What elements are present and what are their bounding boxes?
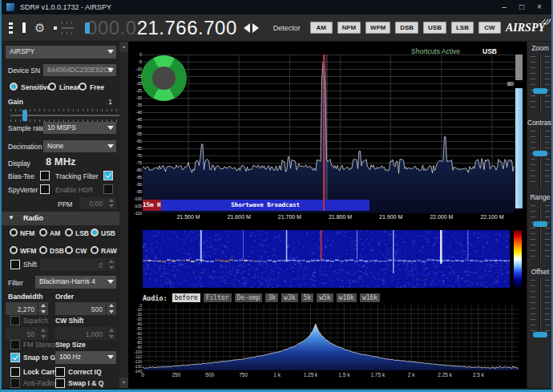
audio-button-w5k[interactable]: w5k — [317, 293, 333, 302]
gain-slider-thumb[interactable] — [22, 110, 27, 121]
offset-slider[interactable] — [531, 278, 550, 337]
audio-spectrum-display[interactable]: Audio: beforeFilterDe-emp3kw3k5kw5kw10kw… — [132, 292, 524, 385]
filter-passband[interactable] — [325, 55, 328, 200]
mode-radio-cw[interactable] — [65, 246, 73, 254]
cw-shift-label: CW Shift — [55, 317, 83, 325]
audio-plot[interactable] — [143, 305, 519, 370]
mode-radio-usb[interactable] — [91, 228, 99, 236]
volume-slider-thumb[interactable] — [85, 22, 90, 34]
contrast-label: Contrast — [527, 119, 553, 127]
radio-section-header[interactable]: ▼ Radio — [2, 212, 119, 225]
band-segment-0: 15m H.. — [143, 200, 161, 211]
zoom-slider-thumb[interactable] — [533, 88, 547, 94]
frequency-step-up-icon[interactable] — [252, 23, 259, 33]
maximize-button[interactable]: □ — [513, 1, 531, 14]
correct-iq-checkbox[interactable] — [55, 367, 65, 377]
sample-rate-select[interactable]: 10 MSPS — [43, 122, 116, 134]
left-panel-scrollbar[interactable]: ▲ ▼ — [119, 42, 128, 388]
spectrum-db-tick: -75 — [132, 160, 142, 165]
detector-button-lsb[interactable]: LSB — [451, 22, 474, 34]
source-select[interactable]: AIRSPY — [6, 46, 116, 59]
audio-button-w10k[interactable]: w10k — [337, 293, 357, 302]
stop-button[interactable] — [22, 22, 26, 33]
detector-button-wfm[interactable]: WFM — [365, 22, 390, 34]
swap-iq-checkbox[interactable] — [55, 378, 65, 388]
close-button[interactable]: × — [531, 1, 548, 14]
filter-select[interactable]: Blackman-Harris 4 — [35, 276, 116, 289]
mode-radio-wfm[interactable] — [10, 246, 18, 254]
gain-mode-radio-sensitive[interactable] — [10, 83, 18, 91]
audio-button-w16k[interactable]: w16k — [360, 293, 380, 302]
mode-radio-nfm[interactable] — [10, 228, 18, 236]
lock-carrier-checkbox[interactable] — [10, 367, 20, 377]
display-adjust-panel: ZoomContrastRangeOffset — [527, 42, 553, 388]
frequency-display[interactable]: 000.021.766.700 — [87, 17, 237, 39]
contrast-slider[interactable] — [531, 129, 550, 188]
decimation-select[interactable]: None — [43, 140, 116, 152]
spectrum-db-tick: -110 — [132, 211, 142, 216]
audio-freq-tick: 2.5 k — [466, 372, 490, 378]
audio-button-before[interactable]: before — [172, 293, 200, 302]
frequency-stepper[interactable] — [244, 23, 259, 33]
order-spinner[interactable]: 500 — [55, 302, 116, 315]
shift-checkbox[interactable] — [10, 260, 20, 269]
mode-radio-raw[interactable] — [91, 246, 99, 254]
spyverter-checkbox[interactable] — [40, 184, 50, 194]
spectrum-db-tick: -70 — [132, 153, 142, 158]
menu-icon[interactable] — [9, 22, 13, 34]
spectrum-display[interactable]: Shortcuts Active USB 15m H..Shortwave Br… — [132, 44, 524, 224]
offset-label: Offset — [527, 268, 553, 276]
shift-label: Shift — [23, 261, 37, 269]
range-slider[interactable] — [531, 204, 550, 263]
mode-radio-am[interactable] — [39, 228, 47, 236]
gain-slider[interactable] — [10, 109, 121, 122]
spectrum-scrollbar-track[interactable] — [515, 55, 523, 80]
ppm-spinner[interactable]: 0.00 — [79, 197, 116, 209]
offset-slider-thumb[interactable] — [533, 332, 547, 337]
bandwidth-spinner[interactable]: 2,270 — [6, 302, 48, 315]
volume-slider[interactable] — [62, 22, 74, 34]
detector-button-cw[interactable]: CW — [478, 22, 501, 34]
tuned-frequency-line[interactable] — [323, 55, 325, 211]
bias-tee-checkbox[interactable] — [40, 171, 50, 180]
gear-icon[interactable]: ⚙ — [34, 22, 45, 34]
device-sn-select[interactable]: 644064DC230E82CD — [43, 64, 116, 76]
ppm-value: 0.00 — [89, 200, 103, 208]
tracking-filter-checkbox[interactable] — [103, 171, 113, 180]
detector-button-am[interactable]: AM — [310, 22, 333, 34]
range-slider-thumb[interactable] — [533, 221, 547, 227]
swap-iq-label: Swap I & Q — [68, 379, 103, 387]
frequency-step-down-icon[interactable] — [244, 23, 250, 33]
spectrum-db-tick: -65 — [132, 146, 142, 151]
step-size-select[interactable]: 100 Hz — [55, 351, 116, 364]
spectrum-db-tick: -80 — [132, 168, 142, 172]
collapse-caret-icon[interactable]: ▼ — [8, 214, 14, 221]
speaker-icon[interactable] — [53, 22, 57, 34]
zoom-slider[interactable] — [531, 55, 550, 114]
waterfall-display[interactable] — [132, 227, 524, 290]
audio-button-filter[interactable]: Filter — [204, 293, 232, 302]
scroll-down-icon[interactable]: ▼ — [119, 378, 128, 388]
audio-button-5k[interactable]: 5k — [301, 293, 314, 302]
gain-mode-radio-linear[interactable] — [48, 83, 56, 91]
mode-radio-dsb[interactable] — [39, 246, 47, 254]
detector-button-dsb[interactable]: DSB — [395, 22, 418, 34]
detector-button-nfm[interactable]: NFM — [337, 22, 361, 34]
audio-button-de-emp[interactable]: De-emp — [235, 293, 263, 302]
audio-button-w3k[interactable]: w3k — [281, 293, 297, 302]
spectrum-plot[interactable] — [143, 55, 515, 213]
step-size-label: Step Size — [55, 341, 86, 349]
contrast-slider-thumb[interactable] — [533, 151, 547, 156]
sdrsharp-window: SDR# v1.0.0.1732 - AIRSPY – □ × ⚙ 000.02… — [0, 0, 553, 392]
tick-marks — [545, 205, 550, 261]
shift-spinner[interactable]: 0 — [40, 258, 116, 271]
minimize-button[interactable]: – — [495, 1, 513, 14]
mode-radio-lsb[interactable] — [65, 228, 73, 236]
gain-mode-radio-free[interactable] — [79, 83, 87, 91]
snap-to-grid-checkbox[interactable] — [10, 353, 20, 362]
waterfall-plot[interactable] — [143, 230, 510, 288]
detector-button-usb[interactable]: USB — [423, 22, 446, 34]
audio-button-3k[interactable]: 3k — [265, 293, 278, 302]
scroll-up-icon[interactable]: ▲ — [119, 42, 128, 52]
spectrum-scrollbar-thumb[interactable] — [515, 88, 523, 208]
